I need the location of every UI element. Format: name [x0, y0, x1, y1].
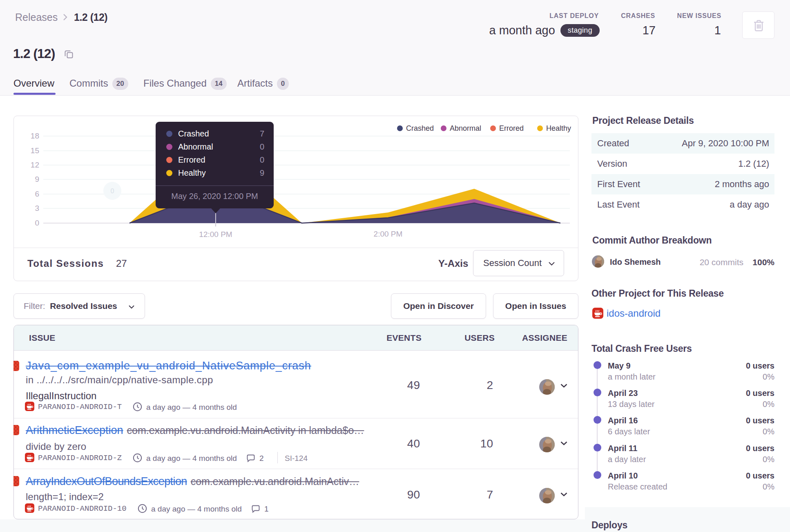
svg-text:2:00 PM: 2:00 PM [374, 230, 403, 238]
svg-text:12:00 PM: 12:00 PM [199, 230, 232, 239]
svg-text:3: 3 [35, 204, 39, 212]
svg-text:6: 6 [35, 190, 39, 198]
svg-text:Crashed: Crashed [406, 124, 434, 132]
svg-text:12: 12 [31, 161, 39, 169]
svg-text:0: 0 [111, 188, 114, 194]
svg-text:15: 15 [31, 146, 39, 155]
svg-text:Errored: Errored [499, 124, 524, 132]
svg-text:9: 9 [35, 175, 39, 183]
svg-text:18: 18 [31, 132, 39, 140]
svg-text:Healthy: Healthy [546, 124, 571, 132]
svg-text:Abnormal: Abnormal [450, 124, 481, 132]
svg-text:0: 0 [35, 219, 39, 227]
